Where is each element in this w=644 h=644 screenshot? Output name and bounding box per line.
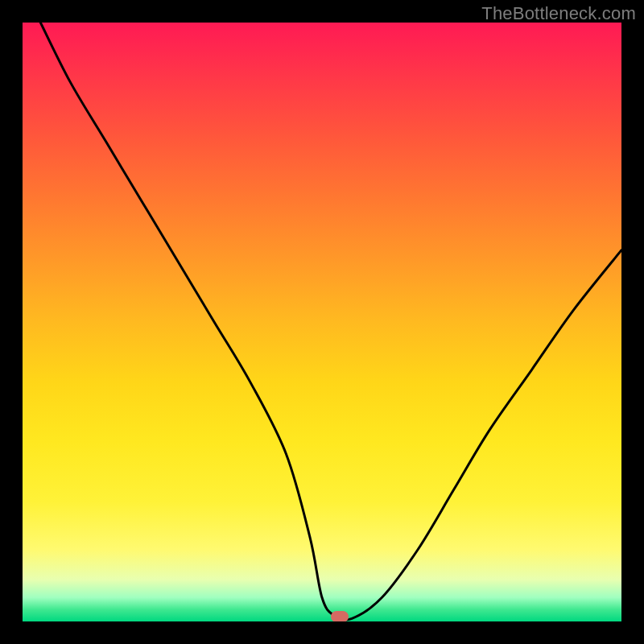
plot-area [23, 23, 621, 621]
watermark-text: TheBottleneck.com [481, 3, 636, 24]
chart-frame: TheBottleneck.com [0, 0, 644, 644]
curve-line [23, 23, 621, 621]
optimum-marker-icon [331, 611, 349, 621]
